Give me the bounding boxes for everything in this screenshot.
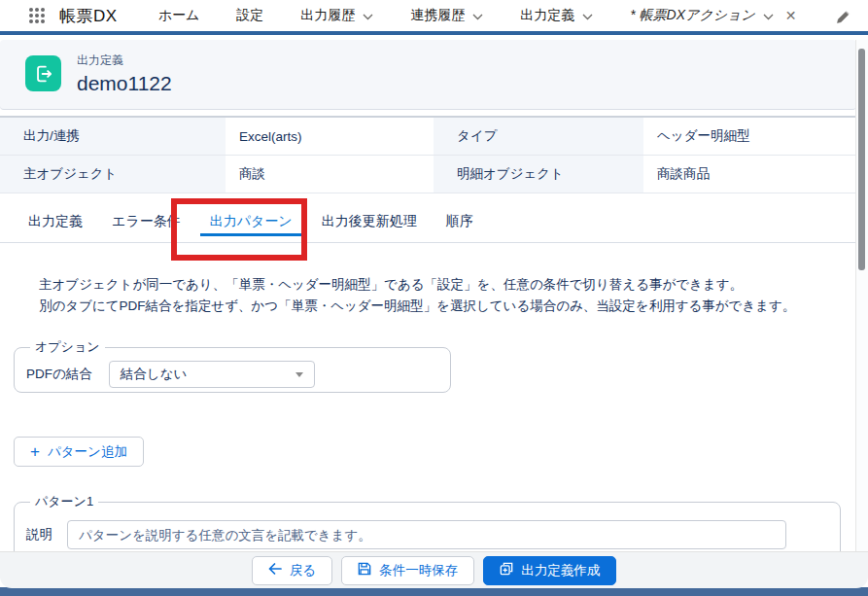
pencil-icon[interactable] [836,10,851,28]
plus-icon: + [30,443,40,460]
tab-bar: 出力定義 エラー条件 出力パターン 出力後更新処理 順序 [0,200,856,243]
pdf-merge-label: PDFの結合 [26,366,92,383]
window-bottom-strip [0,587,868,596]
nav-item-output-history[interactable]: 出力履歴 [300,7,373,24]
footer-action-bar: 戻る 条件一時保存 出力定義作成 [0,551,868,588]
close-icon[interactable]: ✕ [785,8,797,23]
description-line-1: 主オブジェクトが同一であり、「単票・ヘッダー明細型」である「設定」を、任意の条件… [39,274,795,296]
nav-items: ホーム 設定 出力履歴 連携履歴 出力定義 * 帳票DXアクション ✕ [158,7,797,24]
field-label-type: タイプ [434,118,643,155]
details-table: 出力/連携 Excel(arts) タイプ ヘッダー明細型 主オブジェクト 商談… [0,116,856,193]
copy-plus-icon [500,562,513,578]
tab-post-output-update[interactable]: 出力後更新処理 [320,200,419,243]
nav-item-output-definition[interactable]: 出力定義 [520,7,593,24]
app-name: 帳票DX [59,5,118,27]
nav-item-link-history[interactable]: 連携履歴 [410,7,483,24]
export-icon [25,55,61,91]
floppy-disk-icon [358,562,371,578]
triangle-down-icon [295,372,303,377]
record-type-label: 出力定義 [77,53,172,69]
nav-item-home[interactable]: ホーム [158,7,200,24]
pattern-description-label: 説明 [26,526,52,543]
chevron-down-icon[interactable] [363,8,373,23]
field-label-output-link: 出力/連携 [0,118,226,155]
pattern1-legend: パターン1 [30,493,98,510]
chevron-down-icon[interactable] [763,8,774,23]
tab-error-conditions[interactable]: エラー条件 [110,200,183,243]
nav-item-settings[interactable]: 設定 [236,7,263,24]
chevron-down-icon[interactable] [582,8,593,23]
vertical-scrollbar[interactable] [855,40,868,551]
page-title: demo1122 [77,72,172,95]
global-nav: 帳票DX ホーム 設定 出力履歴 連携履歴 出力定義 * 帳票DXアクション [0,0,868,35]
pdf-merge-selected-value: 結合しない [121,366,187,383]
tab-output-definition[interactable]: 出力定義 [26,200,85,243]
field-value-detail-object: 商談商品 [643,156,856,193]
table-row: 主オブジェクト 商談 明細オブジェクト 商談商品 [0,156,856,193]
record-header: 出力定義 demo1122 [0,40,856,110]
nav-tab-chouhyou-dx-action[interactable]: * 帳票DXアクション ✕ [630,7,796,24]
field-value-type: ヘッダー明細型 [643,118,856,155]
tab-description: 主オブジェクトが同一であり、「単票・ヘッダー明細型」である「設定」を、任意の条件… [39,274,795,317]
app-window: 帳票DX ホーム 設定 出力履歴 連携履歴 出力定義 * 帳票DXアクション [0,0,868,596]
chevron-down-icon[interactable] [472,8,483,23]
tab-order[interactable]: 順序 [444,200,475,243]
app-launcher-icon[interactable] [29,8,45,23]
description-line-2: 別のタブにてPDF結合を指定せず、かつ「単票・ヘッダー明細型」を選択している場合… [39,296,795,317]
tab-output-pattern[interactable]: 出力パターン [208,200,295,243]
create-output-definition-button[interactable]: 出力定義作成 [483,556,616,585]
pdf-merge-select[interactable]: 結合しない [109,361,315,388]
save-conditions-button[interactable]: 条件一時保存 [341,556,474,585]
field-label-detail-object: 明細オブジェクト [434,156,643,193]
table-row: 出力/連携 Excel(arts) タイプ ヘッダー明細型 [0,118,856,156]
scrollbar-thumb[interactable] [858,49,865,270]
field-label-main-object: 主オブジェクト [0,156,226,193]
add-pattern-button[interactable]: + パターン追加 [14,437,144,467]
field-value-main-object: 商談 [226,156,434,193]
left-arrow-icon [268,563,282,578]
back-button[interactable]: 戻る [252,556,332,585]
pattern-description-input[interactable] [67,520,786,549]
options-fieldset: オプション PDFの結合 結合しない [14,338,451,393]
options-legend: オプション [30,338,105,356]
field-value-output-link: Excel(arts) [226,118,434,155]
